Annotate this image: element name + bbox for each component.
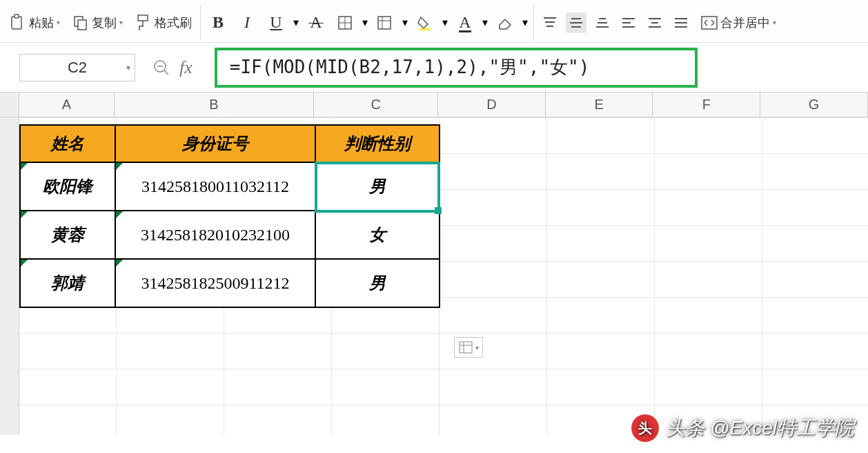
align-middle-button[interactable] bbox=[566, 12, 586, 33]
underline-button[interactable]: U bbox=[264, 11, 288, 35]
chevron-down-icon: ▾ bbox=[402, 16, 408, 29]
font-color-button[interactable]: A bbox=[453, 11, 477, 35]
select-all-corner[interactable] bbox=[0, 93, 19, 117]
paste-label: 粘贴 bbox=[29, 15, 54, 31]
cell-C3[interactable]: 女 bbox=[315, 211, 440, 259]
column-headers: A B C D E F G bbox=[0, 93, 868, 117]
cell-A3[interactable]: 黄蓉 bbox=[20, 211, 115, 259]
align-bottom-button[interactable] bbox=[592, 12, 613, 33]
svg-rect-8 bbox=[378, 17, 391, 29]
fill-color-button[interactable] bbox=[413, 11, 437, 35]
quick-analysis-button[interactable]: ▾ bbox=[454, 337, 483, 358]
chevron-down-icon: ▾ bbox=[119, 19, 123, 26]
ribbon-toolbar: 粘贴 ▾ 复制 ▾ 格式刷 B I U ▾ A ▾ bbox=[0, 0, 868, 43]
chevron-down-icon: ▾ bbox=[442, 16, 448, 29]
align-left-button[interactable] bbox=[618, 12, 639, 33]
cell-C4[interactable]: 男 bbox=[315, 259, 440, 307]
chevron-down-icon: ▾ bbox=[475, 344, 479, 351]
strikethrough-button[interactable]: A bbox=[304, 11, 328, 35]
watermark: 头 头条 @Excel特工学院 bbox=[631, 414, 854, 442]
border-button[interactable] bbox=[333, 11, 357, 35]
eraser-button[interactable] bbox=[493, 11, 517, 35]
chevron-down-icon: ▾ bbox=[293, 16, 299, 29]
svg-line-32 bbox=[164, 70, 168, 75]
cell-A4[interactable]: 郭靖 bbox=[20, 259, 115, 307]
chevron-down-icon: ▾ bbox=[362, 16, 368, 29]
clipboard-group: 粘贴 ▾ 复制 ▾ 格式刷 bbox=[0, 5, 201, 41]
align-justify-button[interactable] bbox=[671, 12, 691, 33]
formula-bar-row: C2 ▾ fx =IF(MOD(MID(B2,17,1),2),"男","女") bbox=[0, 43, 868, 93]
row-headers[interactable] bbox=[0, 117, 19, 435]
cell-B3[interactable]: 314258182010232100 bbox=[115, 211, 315, 259]
merge-icon bbox=[700, 13, 719, 32]
copy-label: 复制 bbox=[92, 15, 117, 31]
formula-input[interactable]: =IF(MOD(MID(B2,17,1),2),"男","女") bbox=[215, 48, 698, 88]
toutiao-logo-icon: 头 bbox=[631, 414, 659, 442]
zoom-icon[interactable] bbox=[152, 58, 171, 77]
table-row: 郭靖 314258182500911212 男 bbox=[20, 259, 440, 307]
cell-B2[interactable]: 314258180011032112 bbox=[115, 162, 315, 211]
chevron-down-icon: ▾ bbox=[57, 19, 60, 26]
table-header-row: 姓名 身份证号 判断性别 bbox=[20, 125, 440, 162]
italic-button[interactable]: I bbox=[235, 11, 259, 35]
name-box[interactable]: C2 ▾ bbox=[19, 54, 135, 81]
paste-icon bbox=[8, 13, 28, 32]
cell-C2[interactable]: 男 bbox=[315, 162, 440, 211]
format-painter-button[interactable]: 格式刷 bbox=[131, 10, 195, 35]
watermark-text: 头条 @Excel特工学院 bbox=[666, 415, 854, 441]
col-header-E[interactable]: E bbox=[546, 93, 653, 117]
svg-rect-34 bbox=[460, 342, 472, 353]
merge-center-label: 合并居中 bbox=[720, 15, 770, 31]
align-center-button[interactable] bbox=[644, 12, 665, 33]
chevron-down-icon: ▾ bbox=[522, 16, 528, 29]
bold-button[interactable]: B bbox=[206, 11, 230, 35]
data-table: 姓名 身份证号 判断性别 欧阳锋 314258180011032112 男 黄蓉… bbox=[19, 124, 440, 308]
name-box-value: C2 bbox=[68, 59, 87, 77]
fx-controls: fx bbox=[152, 57, 193, 78]
cell-B4[interactable]: 314258182500911212 bbox=[115, 259, 315, 307]
chevron-down-icon: ▾ bbox=[126, 63, 130, 73]
align-top-button[interactable] bbox=[540, 12, 560, 33]
svg-rect-4 bbox=[138, 15, 148, 21]
fx-label[interactable]: fx bbox=[179, 57, 193, 78]
cell-style-button[interactable] bbox=[373, 11, 397, 35]
svg-rect-3 bbox=[78, 20, 86, 30]
format-painter-label: 格式刷 bbox=[155, 15, 192, 31]
svg-rect-30 bbox=[702, 17, 717, 29]
col-header-G[interactable]: G bbox=[760, 93, 868, 117]
copy-button[interactable]: 复制 ▾ bbox=[68, 10, 126, 35]
col-header-F[interactable]: F bbox=[653, 93, 760, 117]
header-id[interactable]: 身份证号 bbox=[115, 125, 315, 162]
svg-rect-11 bbox=[420, 28, 431, 30]
cells-area[interactable]: 姓名 身份证号 判断性别 欧阳锋 314258180011032112 男 黄蓉… bbox=[19, 117, 868, 435]
spreadsheet-grid: 姓名 身份证号 判断性别 欧阳锋 314258180011032112 男 黄蓉… bbox=[0, 117, 868, 435]
table-row: 欧阳锋 314258180011032112 男 bbox=[20, 162, 440, 211]
chevron-down-icon: ▾ bbox=[482, 16, 488, 29]
cell-A2[interactable]: 欧阳锋 bbox=[20, 162, 115, 211]
col-header-A[interactable]: A bbox=[19, 93, 115, 117]
svg-rect-1 bbox=[14, 15, 19, 18]
chevron-down-icon: ▾ bbox=[773, 19, 776, 26]
format-painter-icon bbox=[134, 13, 153, 32]
col-header-C[interactable]: C bbox=[314, 93, 438, 117]
col-header-D[interactable]: D bbox=[438, 93, 546, 117]
formula-value: =IF(MOD(MID(B2,17,1),2),"男","女") bbox=[230, 55, 590, 79]
col-header-B[interactable]: B bbox=[115, 93, 315, 117]
header-gender[interactable]: 判断性别 bbox=[315, 125, 440, 162]
table-row: 黄蓉 314258182010232100 女 bbox=[20, 211, 440, 259]
paste-button[interactable]: 粘贴 ▾ bbox=[6, 10, 63, 35]
header-name[interactable]: 姓名 bbox=[20, 125, 115, 162]
copy-icon bbox=[71, 13, 90, 32]
alignment-group: 合并居中 ▾ bbox=[534, 5, 785, 41]
font-group: B I U ▾ A ▾ ▾ ▾ A ▾ ▾ bbox=[201, 5, 534, 41]
merge-center-button[interactable]: 合并居中 ▾ bbox=[697, 10, 779, 35]
